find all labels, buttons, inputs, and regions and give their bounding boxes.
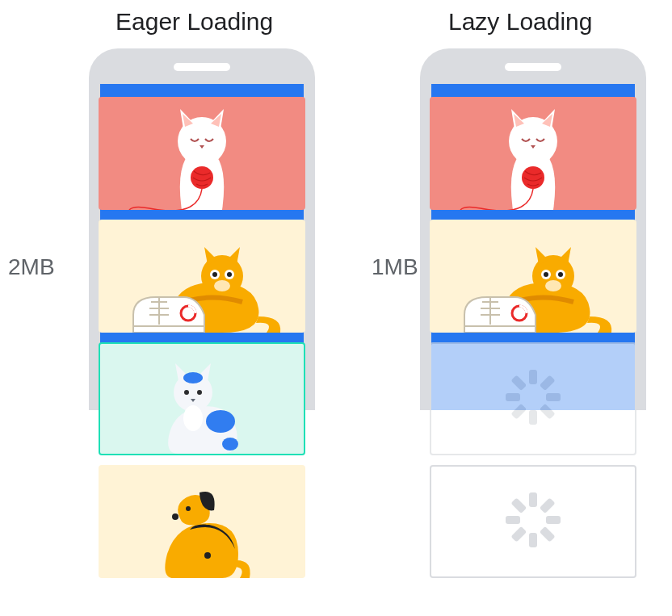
svg-rect-10 [200,430,211,454]
card-dog-sitting [99,465,305,578]
svg-rect-45 [510,497,527,513]
svg-rect-43 [540,497,556,513]
card-cat-shoe [99,220,305,333]
svg-rect-31 [529,370,537,384]
svg-rect-44 [510,526,527,543]
svg-rect-46 [540,526,556,543]
phone-speaker [174,63,230,71]
svg-rect-42 [546,516,561,524]
svg-point-13 [206,410,235,433]
card-placeholder [430,342,636,455]
cat-yarn-icon [440,97,626,210]
svg-rect-9 [183,430,195,454]
svg-point-29 [545,280,561,291]
phone-eager [89,48,315,614]
card-placeholder [430,465,636,578]
cat-yarn-icon [109,97,295,210]
svg-point-4 [212,272,217,277]
cat-spotted-icon [109,342,295,454]
svg-rect-39 [529,492,537,507]
card-cat-yarn [430,97,636,210]
svg-rect-32 [529,410,537,425]
svg-rect-35 [540,375,556,391]
cat-shoe-icon [440,220,626,333]
svg-point-21 [172,513,178,520]
svg-point-17 [183,405,203,431]
svg-point-20 [186,506,191,511]
svg-point-6 [227,272,232,277]
svg-rect-33 [506,393,520,401]
heading-lazy: Lazy Loading [448,8,592,36]
size-label-eager: 2MB [8,254,55,280]
heading-eager: Eager Loading [116,8,273,36]
svg-point-26 [544,272,548,277]
phone-speaker [505,63,561,71]
dog-sitting-icon [109,465,295,578]
loading-spinner-icon [440,465,626,576]
svg-rect-36 [510,404,527,420]
svg-point-16 [197,390,202,395]
svg-rect-41 [506,516,520,524]
svg-rect-37 [510,375,527,391]
svg-point-12 [183,372,203,383]
svg-rect-40 [529,533,537,547]
card-cat-spotted [99,342,305,455]
svg-rect-34 [546,393,561,401]
phone-lazy [420,48,646,614]
size-label-lazy: 1MB [372,254,418,280]
svg-rect-19 [187,552,198,578]
svg-point-7 [214,280,230,291]
svg-point-28 [558,272,563,277]
loading-spinner-icon [440,342,626,454]
svg-point-14 [222,438,238,450]
card-cat-yarn [99,97,305,210]
svg-point-11 [174,373,212,412]
cat-shoe-icon [109,220,295,333]
svg-rect-38 [540,404,556,420]
card-cat-shoe [430,220,636,333]
svg-point-15 [184,390,189,395]
svg-point-18 [204,552,211,559]
